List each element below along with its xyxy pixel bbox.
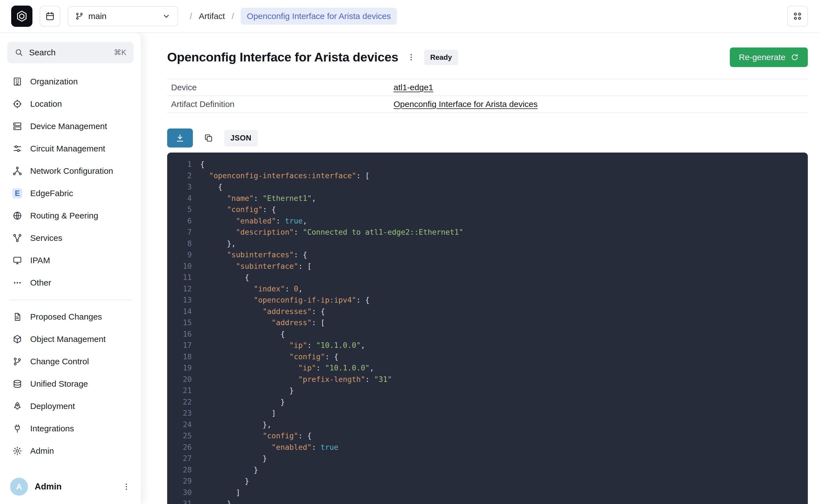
hexagon-logo-icon [15,10,28,23]
status-badge: Ready [424,50,458,65]
breadcrumb: / Artifact / Openconfig Interface for Ar… [190,8,397,25]
title-menu-button[interactable] [407,53,416,62]
sidebar-item-proposed-changes[interactable]: Proposed Changes [7,306,134,328]
sidebar-item-label: Object Management [30,334,106,344]
apps-grid-button[interactable] [787,6,808,27]
line-number: 3 [167,181,192,193]
code-viewer: 1{2 "openconfig-interfaces:interface": [… [167,153,808,504]
code-line: 28 } [167,464,808,476]
code-line-text: "enabled": true [200,442,338,453]
sidebar-item-unified-storage[interactable]: Unified Storage [7,373,134,395]
detail-value-link[interactable]: atl1-edge1 [393,83,433,92]
breadcrumb-item-artifact[interactable]: Artifact [199,11,225,21]
detail-value-link[interactable]: Openconfig Interface for Arista devices [393,99,538,109]
line-number: 11 [167,272,192,283]
code-line-text: }, [200,238,236,249]
regenerate-label: Re-generate [739,53,785,62]
line-number: 9 [167,249,192,261]
format-tab-json[interactable]: JSON [224,130,258,146]
sidebar-item-other[interactable]: Other [7,272,134,294]
sidebar-nav: OrganizationLocationDevice ManagementCir… [7,70,134,474]
code-line: 3 { [167,181,808,193]
object-management-icon [12,334,22,344]
code-line: 17 "ip": "10.1.0.0", [167,340,808,351]
line-number: 29 [167,476,192,487]
code-line: 15 "address": [ [167,317,808,329]
code-line-text: "index": 0, [200,283,303,295]
sidebar-item-label: Deployment [30,401,75,411]
kebab-icon [407,53,416,62]
sidebar-item-deployment[interactable]: Deployment [7,395,134,417]
line-number: 7 [167,227,192,238]
sidebar-item-admin[interactable]: Admin [7,440,134,462]
code-line: 31 } [167,498,808,504]
code-line-text: "openconfig-interfaces:interface": [ [200,170,369,182]
line-number: 27 [167,453,192,464]
search-input[interactable]: Search ⌘K [7,42,134,63]
branch-selector[interactable]: main [68,6,178,26]
code-line-text: "subinterfaces": { [200,249,307,261]
sidebar-item-integrations[interactable]: Integrations [7,417,134,440]
regenerate-button[interactable]: Re-generate [730,47,808,67]
line-number: 12 [167,283,192,295]
sidebar-item-label: Routing & Peering [30,211,98,220]
breadcrumb-item-current[interactable]: Openconfig Interface for Arista devices [241,8,397,25]
sidebar-item-services[interactable]: Services [7,227,134,249]
code-line: 8 }, [167,238,808,249]
app-logo[interactable] [11,6,32,27]
sidebar-item-label: Admin [30,446,54,456]
sidebar-item-label: Services [30,233,62,243]
ipam-icon [12,255,22,265]
sidebar-item-device-management[interactable]: Device Management [7,115,134,137]
search-icon [15,48,23,57]
line-number: 6 [167,215,192,227]
sidebar-item-edgefabric[interactable]: EEdgeFabric [7,182,134,205]
line-number: 31 [167,498,192,504]
code-line: 13 "openconfig-if-ip:ipv4": { [167,294,808,306]
line-number: 24 [167,419,192,431]
line-number: 28 [167,464,192,476]
download-icon [175,133,185,143]
copy-button[interactable] [199,129,217,147]
sidebar-item-label: Organization [30,77,78,86]
line-number: 5 [167,204,192,215]
code-line-text: "openconfig-if-ip:ipv4": { [200,294,369,306]
sidebar-item-object-management[interactable]: Object Management [7,328,134,350]
download-button[interactable] [167,129,193,148]
code-line: 29 } [167,476,808,487]
calendar-button[interactable] [40,6,60,27]
sidebar-item-network-configuration[interactable]: Network Configuration [7,160,134,182]
network-configuration-icon [12,166,22,176]
sidebar-divider [9,299,132,300]
code-line: 21 } [167,385,808,396]
code-line: 11 { [167,272,808,283]
code-line-text: "description": "Connected to atl1-edge2:… [200,227,463,238]
sidebar-item-location[interactable]: Location [7,93,134,115]
unified-storage-icon [12,379,22,389]
sidebar-item-change-control[interactable]: Change Control [7,350,134,373]
sidebar-item-label: IPAM [30,256,50,265]
apps-grid-icon [792,11,803,21]
sidebar-item-routing-peering[interactable]: Routing & Peering [7,205,134,227]
copy-icon [204,133,213,143]
sidebar-item-organization[interactable]: Organization [7,70,134,93]
line-number: 1 [167,159,192,170]
user-name: Admin [35,482,61,492]
line-number: 17 [167,340,192,351]
routing-peering-icon [12,211,22,221]
kebab-icon [122,482,131,491]
breadcrumb-separator: / [190,11,192,21]
code-line-text: { [200,272,249,283]
code-line-text: "prefix-length": "31" [200,374,392,385]
user-menu-button[interactable] [122,482,131,491]
code-line-text: { [200,159,205,170]
sidebar-item-label: Change Control [30,357,89,366]
code-line-text: ] [200,408,276,419]
sidebar-item-circuit-management[interactable]: Circuit Management [7,137,134,160]
code-line-text: "config": { [200,430,312,442]
line-number: 13 [167,294,192,306]
code-line-text: }, [200,419,271,431]
line-number: 26 [167,442,192,453]
sidebar-item-ipam[interactable]: IPAM [7,249,134,272]
code-line: 1{ [167,159,808,170]
